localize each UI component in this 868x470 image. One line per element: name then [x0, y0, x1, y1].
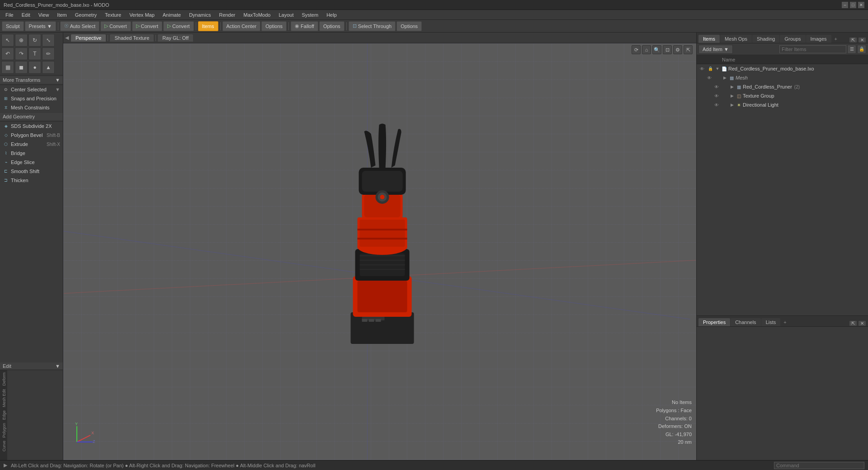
close-button[interactable]: ✕: [858, 2, 864, 8]
edge-tab[interactable]: Edge: [1, 409, 6, 421]
menu-system[interactable]: System: [298, 11, 322, 19]
sculpt-button[interactable]: Sculpt: [2, 21, 24, 31]
options-button-2[interactable]: Options: [319, 21, 344, 31]
viewport-canvas[interactable]: X Y Z No Items Polygons : Face Channels:…: [63, 43, 696, 460]
polygon-bevel-btn[interactable]: ◇ Polygon Bevel Shift-B: [0, 131, 63, 140]
menu-animate[interactable]: Animate: [159, 11, 184, 19]
menu-view[interactable]: View: [35, 11, 53, 19]
center-selected-btn[interactable]: ⊙ Center Selected ▼: [0, 85, 63, 94]
tree-item-light[interactable]: 👁 ▶ ☀ Directional Light: [697, 100, 868, 109]
mesh-constraints-btn[interactable]: ⧖ Mesh Constraints: [0, 103, 63, 112]
tab-properties[interactable]: Properties: [698, 318, 730, 326]
filter-icon[interactable]: ☰: [847, 45, 856, 54]
edit-section-header[interactable]: Edit ▼: [0, 362, 63, 370]
menu-maxtomode[interactable]: MaxToModo: [240, 11, 274, 19]
add-item-btn[interactable]: Add Item ▼: [698, 45, 733, 54]
menu-render[interactable]: Render: [215, 11, 239, 19]
move-tool-btn[interactable]: ⊕: [15, 34, 28, 47]
deform-tab[interactable]: Deform: [1, 371, 6, 387]
options-button-3[interactable]: Options: [396, 21, 422, 31]
vp-ctrl-fit[interactable]: ⊡: [663, 45, 672, 54]
tab-images[interactable]: Images: [806, 35, 831, 43]
menu-file[interactable]: File: [2, 11, 17, 19]
tree-item-pruner[interactable]: 👁 ▶ ▦ Red_Cordless_Pruner (2): [697, 82, 868, 91]
viewport-collapse-icon[interactable]: ◀: [65, 35, 69, 41]
maximize-button[interactable]: □: [850, 2, 856, 8]
scale-tool-btn[interactable]: ⤡: [42, 34, 55, 47]
tree-item-texture[interactable]: 👁 ▶ ◫ Texture Group: [697, 91, 868, 100]
edge-slice-btn[interactable]: ⌁ Edge Slice: [0, 158, 63, 167]
rotate-tool-btn[interactable]: ↻: [28, 34, 41, 47]
mesh-btn[interactable]: ▦: [1, 61, 14, 74]
expand-mesh[interactable]: ▶: [722, 75, 727, 80]
more-transforms-header[interactable]: More Transforms ▼: [0, 76, 63, 84]
viewport-tab-perspective[interactable]: Perspective: [71, 34, 106, 42]
tree-item-root[interactable]: 👁 🔒 ▼ 📄 Red_Cordless_Pruner_modo_base.lx…: [697, 64, 868, 73]
pen-btn[interactable]: ✏: [42, 47, 55, 60]
tab-items[interactable]: Items: [698, 35, 720, 43]
eye-icon-pruner[interactable]: 👁: [713, 83, 720, 90]
bottom-panel-expand[interactable]: ⇱: [849, 320, 857, 326]
undo-btn[interactable]: ↶: [1, 47, 14, 60]
bottom-panel-close[interactable]: ✕: [858, 320, 866, 326]
curve-tab[interactable]: Curve: [1, 439, 6, 453]
polygon-tab[interactable]: Polygon: [1, 422, 6, 439]
convert-button-1[interactable]: ▷ Convert: [100, 21, 131, 31]
convert-button-2[interactable]: ▷ Convert: [132, 21, 163, 31]
vp-ctrl-rotate[interactable]: ⟳: [632, 45, 641, 54]
tab-shading[interactable]: Shading: [752, 35, 779, 43]
eye-icon-texture[interactable]: 👁: [713, 92, 720, 99]
menu-help[interactable]: Help: [323, 11, 340, 19]
smooth-shift-btn[interactable]: ⊏ Smooth Shift: [0, 167, 63, 176]
cube-btn[interactable]: ◼: [15, 61, 28, 74]
tree-item-mesh[interactable]: 👁 ▶ ▦ Mesh: [697, 73, 868, 82]
redo-btn[interactable]: ↷: [15, 47, 28, 60]
expand-root[interactable]: ▼: [715, 66, 720, 71]
tab-groups[interactable]: Groups: [780, 35, 805, 43]
tab-lists[interactable]: Lists: [761, 318, 781, 326]
auto-select-button[interactable]: ☉ Auto Select: [60, 21, 99, 31]
items-button[interactable]: Items: [198, 21, 218, 31]
filter-items-input[interactable]: [779, 45, 846, 53]
sphere-btn[interactable]: ●: [28, 61, 41, 74]
action-center-button[interactable]: Action Center: [222, 21, 261, 31]
eye-icon-root[interactable]: 👁: [698, 65, 706, 72]
viewport-tab-raygl[interactable]: Ray GL: Off: [158, 34, 193, 42]
eye-icon-mesh[interactable]: 👁: [706, 74, 713, 81]
panel-tab-add[interactable]: +: [832, 35, 840, 43]
tab-mesh-ops[interactable]: Mesh Ops: [720, 35, 752, 43]
cone-btn[interactable]: ▲: [42, 61, 55, 74]
expand-pruner[interactable]: ▶: [729, 84, 735, 89]
font-btn[interactable]: T: [28, 47, 41, 60]
vp-ctrl-home[interactable]: ⌂: [642, 45, 651, 54]
extrude-btn[interactable]: ⬡ Extrude Shift-X: [0, 140, 63, 149]
menu-item[interactable]: Item: [53, 11, 70, 19]
vp-ctrl-settings[interactable]: ⚙: [673, 45, 682, 54]
mesh-edit-tab[interactable]: Mesh Edit: [1, 388, 6, 409]
vp-ctrl-zoom[interactable]: 🔍: [652, 45, 661, 54]
expand-texture[interactable]: ▶: [729, 93, 735, 99]
expand-light[interactable]: ▶: [729, 102, 735, 108]
lock-icon[interactable]: 🔒: [857, 45, 866, 54]
panel-expand-btn[interactable]: ⇱: [849, 37, 857, 43]
menu-vertex-map[interactable]: Vertex Map: [126, 11, 158, 19]
add-geometry-header[interactable]: Add Geometry: [0, 113, 63, 120]
presets-button[interactable]: Presets ▼: [25, 21, 56, 31]
command-input[interactable]: [774, 462, 864, 469]
menu-edit[interactable]: Edit: [18, 11, 34, 19]
vp-ctrl-expand[interactable]: ⇱: [684, 45, 693, 54]
select-through-button[interactable]: ⊡ Select Through: [349, 21, 396, 31]
select-tool-btn[interactable]: ↖: [1, 34, 14, 47]
snaps-precision-btn[interactable]: ⊞ Snaps and Precision: [0, 94, 63, 103]
menu-geometry[interactable]: Geometry: [71, 11, 100, 19]
eye-icon-light[interactable]: 👁: [713, 101, 720, 108]
convert-button-3[interactable]: ▷ Convert: [163, 21, 194, 31]
tab-channels[interactable]: Channels: [731, 318, 760, 326]
sds-subdivide-btn[interactable]: ◈ SDS Subdivide 2X: [0, 122, 63, 131]
options-button-1[interactable]: Options: [261, 21, 287, 31]
minimize-button[interactable]: –: [842, 2, 848, 8]
panel-close-btn[interactable]: ✕: [858, 37, 866, 43]
menu-layout[interactable]: Layout: [275, 11, 297, 19]
falloff-button[interactable]: ◉ Falloff: [291, 21, 318, 31]
menu-texture[interactable]: Texture: [101, 11, 125, 19]
